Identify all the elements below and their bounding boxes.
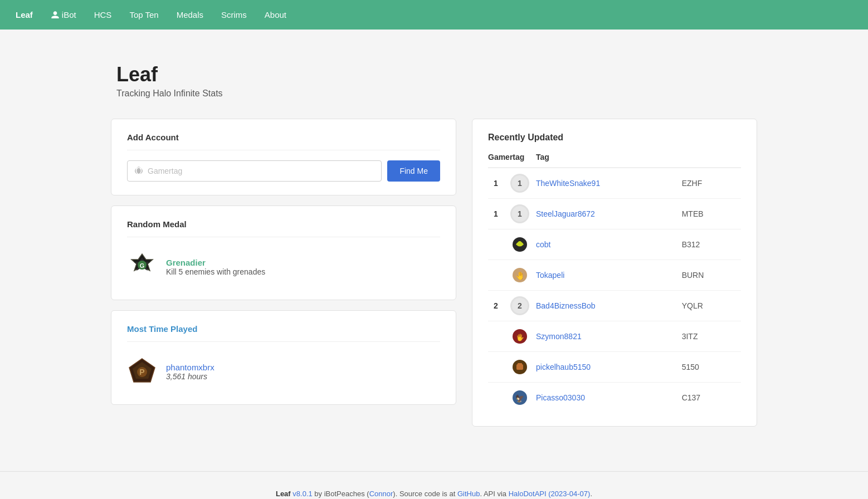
gamertag-link[interactable]: cobt: [536, 240, 550, 249]
footer-author-link[interactable]: Connor: [369, 490, 393, 498]
avatar-cell: 1: [510, 168, 536, 199]
tag-cell: 3ITZ: [682, 321, 741, 352]
footer-version[interactable]: v8.0.1: [292, 490, 312, 498]
gamertag-link[interactable]: SteelJaguar8672: [536, 209, 595, 218]
tag-cell: B312: [682, 229, 741, 260]
avatar: 2: [510, 296, 529, 315]
tag-cell: EZHF: [682, 168, 741, 199]
footer-by: by: [314, 490, 324, 498]
gamertag-link[interactable]: TheWhiteSnake91: [536, 179, 600, 188]
svg-text:🦅: 🦅: [515, 394, 525, 403]
navbar: Leaf iBot HCS Top Ten Medals Scrims Abou…: [0, 0, 868, 30]
gamertag-cell: SteelJaguar8672: [536, 199, 682, 229]
grenadier-medal-icon: G: [127, 252, 157, 282]
avatar-cell: [510, 352, 536, 383]
table-header-row: Gamertag Tag: [488, 153, 741, 168]
table-row: cobtB312: [488, 229, 741, 260]
svg-text:P: P: [139, 368, 144, 376]
nav-hcs[interactable]: HCS: [92, 7, 114, 23]
player-badge-icon: P: [127, 356, 157, 387]
footer-end: .: [590, 490, 592, 498]
recently-updated-card: Recently Updated Gamertag Tag 11TheWhite…: [472, 119, 757, 427]
rank-cell: [488, 229, 510, 260]
table-row: 22Bad4BiznessBobYQLR: [488, 291, 741, 321]
gamertag-link[interactable]: Tokapeli: [536, 271, 564, 280]
avatar-cell: 2: [510, 291, 536, 321]
nav-scrims[interactable]: Scrims: [219, 7, 249, 23]
avatar: 1: [510, 204, 529, 223]
table-row: 11SteelJaguar8672MTEB: [488, 199, 741, 229]
nav-ibot-link[interactable]: iBot: [48, 7, 79, 23]
page-container: Leaf Tracking Halo Infinite Stats Add Ac…: [100, 30, 768, 449]
gamertag-input[interactable]: [148, 161, 374, 181]
table-row: 🤚TokapeliBURN: [488, 260, 741, 291]
footer-github-link[interactable]: GitHub: [457, 490, 480, 498]
gamertag-cell: cobt: [536, 229, 682, 260]
svg-text:2: 2: [518, 301, 522, 310]
svg-text:🖐: 🖐: [516, 333, 524, 341]
avatar-cell: 🦅: [510, 383, 536, 413]
rank-cell: [488, 352, 510, 383]
hero-subtitle: Tracking Halo Infinite Stats: [116, 89, 757, 99]
svg-rect-22: [518, 363, 522, 365]
avatar-cell: 🤚: [510, 260, 536, 291]
most-time-played-heading: Most Time Played: [127, 324, 440, 342]
gamertag-cell: Tokapeli: [536, 260, 682, 291]
gamertag-link[interactable]: Picasso03030: [536, 393, 585, 402]
avatar-cell: [510, 229, 536, 260]
search-input-wrap: [127, 160, 382, 182]
rank-cell: [488, 260, 510, 291]
medal-name: Grenadier: [166, 258, 265, 267]
avatar: 🖐: [510, 327, 529, 346]
table-row: pickelhaub51505150: [488, 352, 741, 383]
tag-cell: BURN: [682, 260, 741, 291]
col-tag-header: Tag: [536, 153, 682, 168]
left-column: Add Account Find Me Random Medal: [111, 119, 456, 415]
most-time-played-card: Most Time Played P phantomxbrx 3,561 hou…: [111, 310, 456, 405]
find-me-button[interactable]: Find Me: [387, 160, 440, 182]
recently-updated-table: Gamertag Tag 11TheWhiteSnake91EZHF11Stee…: [488, 153, 741, 413]
table-row: 🖐Szymon88213ITZ: [488, 321, 741, 352]
tag-cell: MTEB: [682, 199, 741, 229]
add-account-card: Add Account Find Me: [111, 119, 456, 195]
gamertag-cell: TheWhiteSnake91: [536, 168, 682, 199]
avatar: 🦅: [510, 388, 529, 407]
random-medal-heading: Random Medal: [127, 219, 440, 237]
svg-text:1: 1: [518, 209, 522, 218]
avatar: [510, 358, 529, 376]
gamertag-link[interactable]: Szymon8821: [536, 332, 582, 341]
avatar: [510, 235, 529, 254]
xbox-icon: [134, 167, 143, 175]
tag-cell: 5150: [682, 352, 741, 383]
footer-api-link[interactable]: HaloDotAPI (2023-04-07): [509, 490, 591, 498]
table-row: 🦅Picasso03030C137: [488, 383, 741, 413]
svg-text:🤚: 🤚: [515, 271, 525, 281]
player-name[interactable]: phantomxbrx: [166, 363, 214, 372]
tag-cell: YQLR: [682, 291, 741, 321]
right-column: Recently Updated Gamertag Tag 11TheWhite…: [472, 119, 757, 427]
nav-medals[interactable]: Medals: [174, 7, 206, 23]
footer-api-text: . API via: [480, 490, 508, 498]
tag-cell: C137: [682, 383, 741, 413]
gamertag-link[interactable]: pickelhaub5150: [536, 363, 591, 371]
user-icon: [51, 11, 60, 19]
player-info: phantomxbrx 3,561 hours: [166, 363, 214, 381]
rank-cell: [488, 321, 510, 352]
nav-about[interactable]: About: [262, 7, 289, 23]
nav-topten[interactable]: Top Ten: [127, 7, 160, 23]
rank-cell: 1: [488, 199, 510, 229]
rank-cell: 1: [488, 168, 510, 199]
content-row: Add Account Find Me Random Medal: [111, 119, 757, 427]
recently-updated-heading: Recently Updated: [488, 133, 741, 143]
player-item: P phantomxbrx 3,561 hours: [127, 352, 440, 391]
svg-text:1: 1: [518, 179, 522, 188]
gamertag-cell: pickelhaub5150: [536, 352, 682, 383]
medal-item: G Grenadier Kill 5 enemies with grenades: [127, 247, 440, 286]
gamertag-link[interactable]: Bad4BiznessBob: [536, 301, 596, 310]
nav-brand[interactable]: Leaf: [13, 7, 35, 23]
footer-author: iBotPeaches: [324, 490, 365, 498]
gamertag-cell: Bad4BiznessBob: [536, 291, 682, 321]
gamertag-cell: Picasso03030: [536, 383, 682, 413]
table-row: 11TheWhiteSnake91EZHF: [488, 168, 741, 199]
footer: Leaf v8.0.1 by iBotPeaches (Connor). Sou…: [0, 471, 868, 499]
